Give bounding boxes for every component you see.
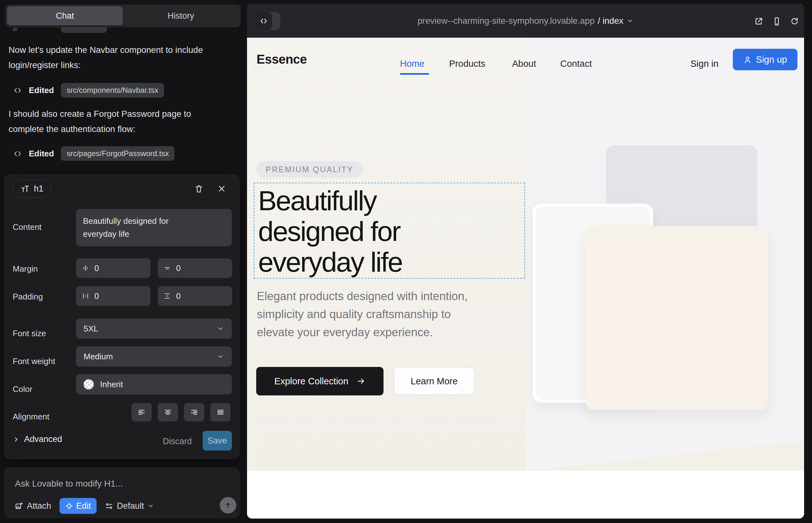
advanced-label: Advanced — [24, 434, 62, 444]
site-logo[interactable]: Essence — [257, 52, 307, 67]
paragraph-line: elevate your everyday experience. — [257, 323, 468, 341]
advanced-toggle[interactable]: Advanced — [13, 434, 62, 444]
code-view-toggle[interactable] — [255, 12, 280, 30]
sliders-icon — [105, 502, 113, 510]
align-left-button[interactable] — [131, 403, 152, 421]
send-button[interactable] — [220, 497, 236, 513]
delete-element-button[interactable] — [192, 182, 206, 196]
truncated-chat-row — [13, 27, 234, 33]
arrow-up-icon — [224, 501, 232, 509]
chevron-right-icon — [13, 436, 20, 443]
hero-card-cream — [586, 226, 768, 410]
padding-label: Padding — [13, 292, 43, 302]
align-justify-button[interactable] — [210, 403, 231, 421]
color-label: Color — [13, 384, 32, 394]
align-right-button[interactable] — [184, 403, 204, 421]
explore-collection-button[interactable]: Explore Collection — [256, 367, 384, 395]
font-weight-select[interactable]: Medium — [76, 346, 232, 366]
hero-headline[interactable]: Beautifully designed for everyday life — [258, 185, 402, 277]
user-icon — [743, 55, 752, 64]
truncated-code-icon — [13, 28, 17, 31]
refresh-icon — [790, 17, 799, 26]
padding-y-value: 0 — [176, 291, 180, 301]
chat-message: Now let's update the Navbar component to… — [8, 42, 211, 73]
attach-label: Attach — [27, 501, 51, 511]
align-right-icon — [190, 408, 198, 416]
chevron-down-icon — [217, 353, 224, 360]
cta-primary-label: Explore Collection — [274, 376, 348, 386]
align-left-icon — [138, 408, 146, 416]
site-canvas: Essence Home Products About Contact Sign… — [247, 38, 804, 519]
content-input[interactable]: Beautifully designed for everyday life — [76, 209, 232, 246]
font-size-value: 5XL — [84, 324, 98, 334]
save-button[interactable]: Save — [203, 431, 232, 451]
default-label: Default — [117, 501, 144, 511]
url-bar[interactable]: preview--charming-site-symphony.lovable.… — [418, 16, 634, 26]
sidebar-tabbar: Chat History — [5, 4, 241, 27]
edit-mode-button[interactable]: Edit — [59, 498, 97, 514]
edited-file-row: Edited src/components/Navbar.tsx — [13, 82, 164, 98]
code-icon — [13, 149, 22, 158]
content-label: Content — [13, 222, 41, 232]
headline-line: everyday life — [258, 247, 402, 277]
hero-paragraph: Elegant products designed with intention… — [257, 287, 468, 341]
align-justify-icon — [216, 408, 225, 416]
tab-chat[interactable]: Chat — [7, 6, 123, 25]
discard-button[interactable]: Discard — [163, 437, 192, 446]
color-swatch — [84, 379, 94, 390]
truncated-file-pill — [61, 27, 107, 33]
attach-button[interactable]: Attach — [15, 501, 51, 511]
attach-image-icon — [15, 502, 23, 510]
margin-vertical-icon — [163, 264, 171, 272]
sign-in-link[interactable]: Sign in — [690, 58, 719, 69]
file-pill[interactable]: src/components/Navbar.tsx — [61, 83, 164, 97]
nav-link-about[interactable]: About — [512, 58, 536, 69]
learn-more-button[interactable]: Learn More — [394, 367, 475, 395]
padding-y-input[interactable]: 0 — [158, 286, 232, 306]
typography-icon — [21, 184, 30, 193]
font-size-select[interactable]: 5XL — [76, 319, 232, 339]
edited-file-row: Edited src/pages/ForgotPassword.tsx — [13, 146, 175, 161]
paragraph-line: simplicity and quality craftsmanship to — [257, 305, 468, 323]
tab-history[interactable]: History — [123, 6, 239, 25]
chat-message: I should also create a Forgot Password p… — [8, 106, 211, 137]
margin-label: Margin — [13, 264, 38, 274]
paragraph-line: Elegant products designed with intention… — [257, 287, 468, 305]
selected-element-pill[interactable]: h1 — [13, 180, 51, 198]
headline-line: designed for — [258, 216, 402, 247]
padding-x-input[interactable]: 0 — [76, 286, 151, 306]
edited-label: Edited — [29, 149, 54, 159]
target-icon — [65, 502, 73, 510]
color-select[interactable]: Inherit — [76, 374, 232, 395]
margin-y-input[interactable]: 0 — [158, 258, 232, 278]
default-mode-selector[interactable]: Default — [105, 501, 154, 511]
content-input-value: Beautifully designed for everyday life — [83, 215, 197, 240]
edited-label: Edited — [29, 86, 54, 95]
padding-vertical-icon — [163, 292, 171, 300]
preview-pane: preview--charming-site-symphony.lovable.… — [247, 4, 804, 519]
padding-horizontal-icon — [82, 292, 89, 300]
mobile-view-button[interactable] — [770, 14, 783, 28]
trash-icon — [194, 184, 203, 193]
margin-y-value: 0 — [176, 264, 180, 273]
sign-up-button[interactable]: Sign up — [733, 49, 797, 70]
headline-line: Beautifully — [258, 185, 402, 216]
mobile-phone-icon — [772, 17, 781, 26]
chevron-down-icon — [626, 17, 633, 24]
composer-input[interactable]: Ask Lovable to modify H1... — [15, 479, 123, 489]
nav-link-contact[interactable]: Contact — [560, 58, 592, 69]
align-center-button[interactable] — [158, 403, 178, 421]
open-external-button[interactable] — [752, 14, 765, 28]
nav-link-home[interactable]: Home — [400, 58, 424, 69]
composer-toolbar: Attach Edit Default — [15, 498, 154, 514]
margin-x-value: 0 — [94, 264, 99, 273]
close-icon — [217, 184, 226, 193]
refresh-button[interactable] — [788, 14, 801, 28]
code-icon — [13, 86, 22, 95]
chat-sidebar: Chat History Now let's update the Navbar… — [0, 0, 247, 523]
margin-x-input[interactable]: 0 — [76, 258, 151, 278]
preview-browser-bar: preview--charming-site-symphony.lovable.… — [247, 4, 804, 38]
nav-link-products[interactable]: Products — [449, 58, 485, 69]
file-pill[interactable]: src/pages/ForgotPassword.tsx — [61, 146, 175, 161]
close-editor-button[interactable] — [215, 182, 229, 196]
